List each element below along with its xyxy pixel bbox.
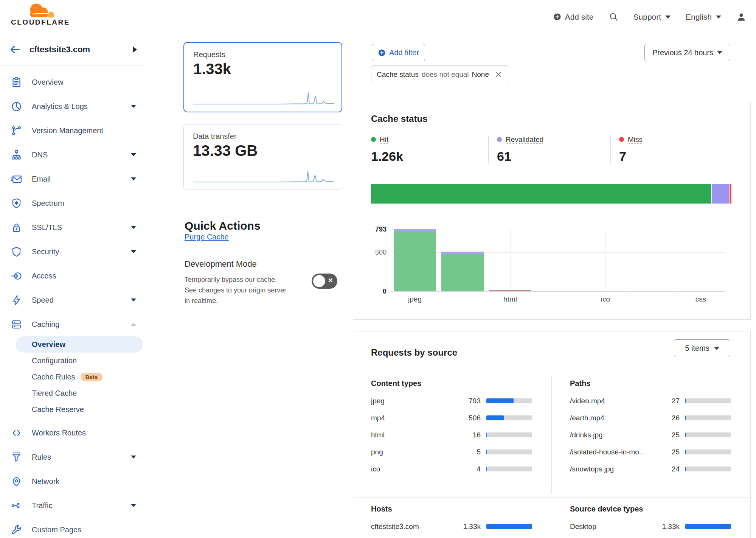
bar-css xyxy=(677,229,725,291)
legend-label: Miss xyxy=(628,135,643,144)
sidebar-item-email[interactable]: Email xyxy=(0,167,146,191)
sidebar-item-ssl-tls[interactable]: SSL/TLS xyxy=(0,215,146,239)
purge-cache-link[interactable]: Purge Cache xyxy=(185,233,229,241)
lightning-bolt-icon xyxy=(11,294,22,306)
chevron-down-icon xyxy=(131,153,136,156)
bar-mp4 xyxy=(439,229,486,291)
pie-chart-icon xyxy=(11,101,22,112)
sidebar-item-label: Rules xyxy=(32,453,51,462)
sidebar-item-version-management[interactable]: Version Management xyxy=(0,118,146,143)
back-arrow-icon[interactable] xyxy=(9,44,20,55)
chevron-down-icon xyxy=(131,226,136,229)
sidebar-item-custom-pages[interactable]: Custom Pages xyxy=(0,518,146,538)
requests-label: Requests xyxy=(193,50,332,59)
table-row: /snowtops.jpg24 xyxy=(570,460,731,477)
sidebar-item-network[interactable]: Network xyxy=(0,469,146,493)
language-menu[interactable]: English xyxy=(686,12,721,22)
legend-value: 7 xyxy=(619,149,739,164)
legend-label-row: Revalidated xyxy=(497,135,610,144)
row-label: jpeg xyxy=(371,397,456,405)
row-bar-track xyxy=(685,432,731,437)
sidebar-item-overview[interactable]: Overview xyxy=(0,70,146,94)
sidebar-item-access[interactable]: Access xyxy=(0,264,146,288)
plus-circle-icon xyxy=(378,49,386,57)
row-bar-fill xyxy=(685,449,686,454)
sidebar-item-traffic[interactable]: Traffic xyxy=(0,493,146,518)
chevron-down-icon xyxy=(716,16,721,19)
add-site-button[interactable]: Add site xyxy=(553,12,594,22)
add-filter-button[interactable]: Add filter xyxy=(372,44,425,61)
cache-layers-icon xyxy=(11,319,22,330)
table-row: Desktop1.33k xyxy=(570,518,731,535)
sidebar-nav: OverviewAnalytics & LogsVersion Manageme… xyxy=(0,65,146,538)
row-label: Desktop xyxy=(570,522,655,531)
filter-chip[interactable]: Cache status does not equal None xyxy=(371,65,508,83)
sidebar-item-caching[interactable]: Caching xyxy=(0,312,146,336)
development-mode-description: Temporarily bypass our cache. See change… xyxy=(185,274,287,306)
sidebar-item-label: Workers Routes xyxy=(32,429,86,437)
sidebar-item-rules[interactable]: Rules xyxy=(0,445,146,469)
sidebar-item-workers-routes[interactable]: Workers Routes xyxy=(0,421,146,445)
legend-value: 61 xyxy=(497,149,610,164)
site-selector-row[interactable]: cftestsite3.com xyxy=(0,34,146,65)
row-bar-fill xyxy=(486,524,532,529)
filter-chip-operator: does not equal xyxy=(422,70,469,79)
sidebar-subitem-configuration[interactable]: Configuration xyxy=(16,353,143,369)
time-range-select[interactable]: Previous 24 hours xyxy=(644,44,730,61)
add-filter-label: Add filter xyxy=(389,48,419,57)
user-avatar[interactable] xyxy=(736,12,746,22)
cloudflare-logo[interactable]: CLOUDFLARE xyxy=(8,2,73,26)
sidebar-subitem-cache-rules[interactable]: Cache RulesBeta xyxy=(16,369,143,385)
cache-status-legend: Hit1.26kRevalidated61Miss7 xyxy=(371,135,739,164)
sidebar-item-speed[interactable]: Speed xyxy=(0,288,146,312)
cache-chart-xlabels: jpeghtmlicocss xyxy=(391,295,725,306)
sidebar-item-spectrum[interactable]: Spectrum xyxy=(0,191,146,215)
sidebar-subitem-overview[interactable]: Overview xyxy=(16,336,143,353)
development-mode-toggle[interactable]: ✕ xyxy=(312,274,337,289)
sidebar-item-analytics-logs[interactable]: Analytics & Logs xyxy=(0,94,146,118)
sidebar-subitem-cache-reserve[interactable]: Cache Reserve xyxy=(16,401,143,418)
table-row: png5 xyxy=(371,443,532,460)
sidebar-item-label: Access xyxy=(32,272,56,280)
row-bar-track xyxy=(486,449,532,454)
support-label: Support xyxy=(633,12,661,22)
y-axis-tick: 500 xyxy=(375,248,387,256)
bar-html xyxy=(486,229,534,291)
data-transfer-metric-card[interactable]: Data transfer 13.33 GB xyxy=(183,124,342,190)
y-axis-tick: 0 xyxy=(383,288,387,295)
filter-chip-field: Cache status xyxy=(377,70,419,79)
requests-by-source-panel: Requests by source 5 items Content types… xyxy=(353,331,751,538)
middle-column: Requests 1.33k Data transfer 13.33 GB Qu… xyxy=(146,34,353,538)
chevron-right-icon[interactable] xyxy=(133,47,137,53)
sidebar-subitem-tiered-cache[interactable]: Tiered Cache xyxy=(16,385,143,401)
row-bar-track xyxy=(486,524,532,529)
sidebar-item-security[interactable]: Security xyxy=(0,239,146,264)
row-bar-track xyxy=(486,415,532,420)
search-button[interactable] xyxy=(609,12,618,22)
person-icon xyxy=(736,12,746,22)
row-value: 4 xyxy=(456,465,481,473)
y-axis-tick: 793 xyxy=(375,225,387,233)
traffic-branch-icon xyxy=(11,500,22,512)
toggle-off-x-icon: ✕ xyxy=(328,277,333,285)
row-bar-track xyxy=(486,432,532,437)
sidebar-item-dns[interactable]: DNS xyxy=(0,143,146,167)
development-mode-title: Development Mode xyxy=(185,259,257,269)
plus-circle-icon xyxy=(553,12,562,21)
table-row: mp4506 xyxy=(371,409,532,426)
sidebar: cftestsite3.com OverviewAnalytics & Logs… xyxy=(0,34,146,538)
row-label: ico xyxy=(371,465,456,473)
row-label: cftestsite3.com xyxy=(371,522,456,531)
wrench-icon xyxy=(11,524,22,536)
sidebar-item-label: Spectrum xyxy=(32,199,64,208)
sidebar-subitem-label: Cache Rules xyxy=(32,373,75,381)
row-bar-track xyxy=(486,466,532,471)
items-count-select[interactable]: 5 items xyxy=(674,339,730,357)
close-icon[interactable] xyxy=(494,70,503,79)
requests-metric-card[interactable]: Requests 1.33k xyxy=(183,42,342,112)
table-row: html16 xyxy=(371,426,532,443)
legend-label: Revalidated xyxy=(506,135,543,144)
paths-table: Paths /video.mp427/earth.mp426/drinks.jp… xyxy=(570,379,731,477)
support-menu[interactable]: Support xyxy=(633,12,671,22)
row-bar-track xyxy=(486,398,532,403)
